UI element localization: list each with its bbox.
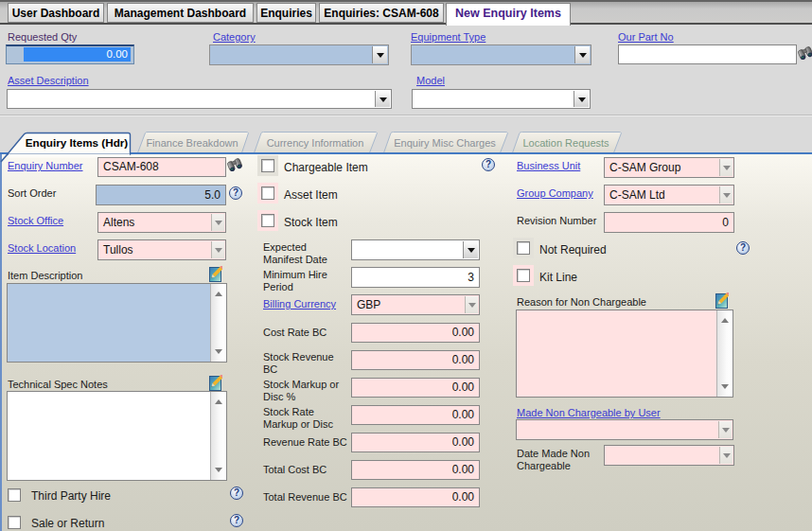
- svg-text:Finance Breakdown: Finance Breakdown: [146, 137, 238, 149]
- svg-text:Location Requests: Location Requests: [522, 137, 609, 149]
- svg-text:Currency Information: Currency Information: [267, 137, 364, 149]
- svg-text:Enquiry Items (Hdr): Enquiry Items (Hdr): [26, 136, 129, 149]
- svg-text:Enquiry Misc Charges: Enquiry Misc Charges: [394, 137, 496, 149]
